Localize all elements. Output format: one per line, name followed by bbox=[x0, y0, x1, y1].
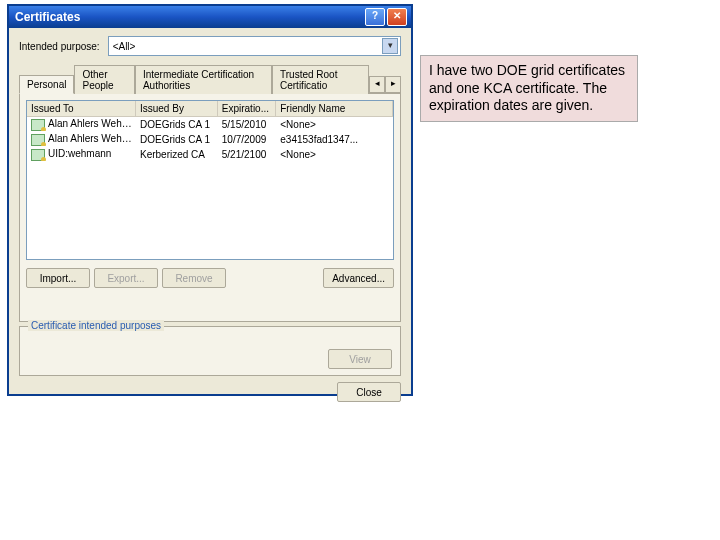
cell-issued-to: Alan Ahlers Wehma... bbox=[48, 133, 136, 144]
intended-purpose-row: Intended purpose: <All> ▾ bbox=[19, 36, 401, 56]
annotation-text: I have two DOE grid certificates and one… bbox=[429, 62, 625, 113]
cell-issued-by: DOEGrids CA 1 bbox=[136, 134, 218, 145]
certificate-row[interactable]: Alan Ahlers Wehma... DOEGrids CA 1 10/7/… bbox=[27, 132, 393, 147]
column-issued-by[interactable]: Issued By bbox=[136, 101, 218, 116]
tab-trusted-root-ca[interactable]: Trusted Root Certificatio bbox=[272, 65, 369, 94]
annotation-callout: I have two DOE grid certificates and one… bbox=[420, 55, 638, 122]
certificate-row[interactable]: Alan Ahlers Wehma... DOEGrids CA 1 5/15/… bbox=[27, 117, 393, 132]
tab-scroll-right-button[interactable]: ▸ bbox=[385, 76, 401, 93]
close-button[interactable]: Close bbox=[337, 382, 401, 402]
close-window-button[interactable]: ✕ bbox=[387, 8, 407, 26]
tab-intermediate-ca[interactable]: Intermediate Certification Authorities bbox=[135, 65, 272, 94]
certificate-row[interactable]: UID:wehmann Kerberized CA 5/21/2100 <Non… bbox=[27, 147, 393, 162]
cell-issued-by: DOEGrids CA 1 bbox=[136, 119, 218, 130]
column-friendly-name[interactable]: Friendly Name bbox=[276, 101, 393, 116]
column-expiration[interactable]: Expiratio... bbox=[218, 101, 277, 116]
intended-purposes-fieldset: Certificate intended purposes View bbox=[19, 326, 401, 376]
cell-expiration: 5/21/2100 bbox=[218, 149, 276, 160]
export-button[interactable]: Export... bbox=[94, 268, 158, 288]
remove-button[interactable]: Remove bbox=[162, 268, 226, 288]
tab-strip: Personal Other People Intermediate Certi… bbox=[19, 64, 401, 94]
cell-issued-to: UID:wehmann bbox=[48, 148, 111, 159]
certificate-icon bbox=[31, 134, 45, 146]
close-row: Close bbox=[19, 382, 401, 402]
cell-expiration: 5/15/2010 bbox=[218, 119, 276, 130]
chevron-down-icon: ▾ bbox=[382, 38, 398, 54]
cell-friendly-name: <None> bbox=[276, 119, 393, 130]
cell-expiration: 10/7/2009 bbox=[218, 134, 276, 145]
tab-personal[interactable]: Personal bbox=[19, 75, 74, 94]
tab-scroll-controls: ◂ ▸ bbox=[369, 76, 401, 93]
advanced-button[interactable]: Advanced... bbox=[323, 268, 394, 288]
intended-purpose-select[interactable]: <All> ▾ bbox=[108, 36, 401, 56]
window-title: Certificates bbox=[15, 10, 80, 24]
certificate-icon bbox=[31, 119, 45, 131]
view-button[interactable]: View bbox=[328, 349, 392, 369]
tab-scroll-left-button[interactable]: ◂ bbox=[369, 76, 385, 93]
column-issued-to[interactable]: Issued To bbox=[27, 101, 136, 116]
import-button[interactable]: Import... bbox=[26, 268, 90, 288]
cell-friendly-name: <None> bbox=[276, 149, 393, 160]
cell-issued-by: Kerberized CA bbox=[136, 149, 218, 160]
titlebar: Certificates ? ✕ bbox=[9, 6, 411, 28]
dialog-body: Intended purpose: <All> ▾ Personal Other… bbox=[9, 28, 411, 408]
tab-other-people[interactable]: Other People bbox=[74, 65, 134, 94]
cell-friendly-name: e34153fad1347... bbox=[276, 134, 393, 145]
intended-purpose-label: Intended purpose: bbox=[19, 41, 100, 52]
intended-purpose-value: <All> bbox=[113, 41, 136, 52]
intended-purposes-legend: Certificate intended purposes bbox=[28, 320, 164, 331]
titlebar-buttons: ? ✕ bbox=[365, 8, 407, 26]
cell-issued-to: Alan Ahlers Wehma... bbox=[48, 118, 136, 129]
help-button[interactable]: ? bbox=[365, 8, 385, 26]
certificate-icon bbox=[31, 149, 45, 161]
tab-panel-personal: Issued To Issued By Expiratio... Friendl… bbox=[19, 94, 401, 322]
certificate-buttons-row: Import... Export... Remove Advanced... bbox=[26, 268, 394, 288]
certificate-list[interactable]: Issued To Issued By Expiratio... Friendl… bbox=[26, 100, 394, 260]
certificate-list-header: Issued To Issued By Expiratio... Friendl… bbox=[27, 101, 393, 117]
certificates-dialog: Certificates ? ✕ Intended purpose: <All>… bbox=[8, 5, 412, 395]
